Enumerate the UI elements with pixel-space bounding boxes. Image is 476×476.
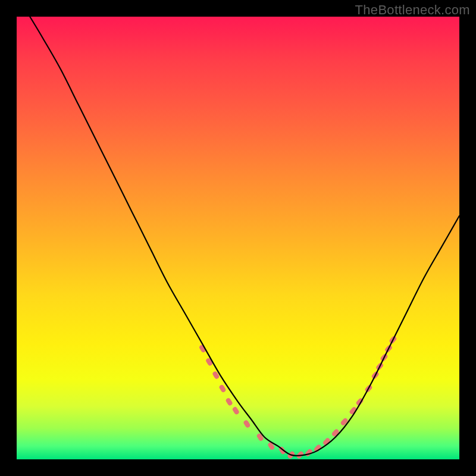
curve-marker [331, 428, 340, 437]
curve-marker [231, 406, 240, 415]
chart-svg [17, 17, 459, 459]
bottleneck-curve [30, 17, 459, 456]
curve-marker [256, 433, 264, 441]
curve-marker [340, 417, 349, 426]
marker-group [199, 336, 397, 460]
curve-marker [218, 384, 227, 393]
curve-marker [225, 397, 233, 406]
watermark-text: TheBottleneck.com [355, 2, 470, 18]
chart-plot-area [17, 17, 459, 459]
chart-frame: TheBottleneck.com [0, 0, 476, 476]
curve-marker [243, 419, 251, 428]
